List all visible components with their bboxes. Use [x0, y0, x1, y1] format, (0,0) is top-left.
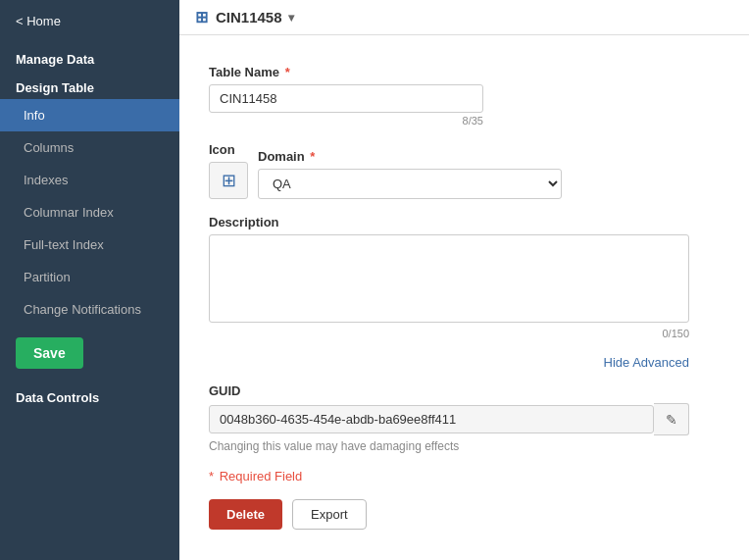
sidebar-item-columnar-index[interactable]: Columnar Index — [0, 196, 179, 229]
sidebar-save-area: Save — [16, 337, 164, 369]
table-name-char-count: 8/35 — [209, 115, 483, 127]
delete-button[interactable]: Delete — [209, 499, 282, 530]
hide-advanced-link[interactable]: Hide Advanced — [209, 355, 689, 370]
table-name-input[interactable] — [209, 84, 483, 113]
domain-select[interactable]: QA Production Development Staging — [258, 169, 562, 199]
description-input[interactable] — [209, 234, 689, 323]
table-icon: ⊞ — [195, 8, 208, 26]
table-name-group: Table Name * 8/35 — [209, 65, 720, 127]
sidebar-item-indexes[interactable]: Indexes — [0, 164, 179, 196]
main-content: Table Name * 8/35 Icon ⊞ Domain * QA Pro… — [179, 35, 749, 560]
guid-label: GUID — [209, 383, 720, 398]
required-field-text: Required Field — [220, 469, 303, 484]
export-button[interactable]: Export — [292, 499, 367, 530]
sidebar-item-info[interactable]: Info — [0, 99, 179, 131]
table-name-label: Table Name * — [209, 65, 720, 79]
guid-input[interactable] — [209, 405, 654, 433]
guid-row: ✎ — [209, 403, 689, 435]
required-field-note: * Required Field — [209, 469, 720, 484]
sidebar-item-full-text-index[interactable]: Full-text Index — [0, 229, 179, 261]
guid-group: GUID ✎ Changing this value may have dama… — [209, 383, 720, 453]
sidebar-manage-data-label: Manage Data — [0, 42, 179, 71]
icon-label: Icon — [209, 142, 248, 157]
sidebar-item-change-notifications[interactable]: Change Notifications — [0, 293, 179, 326]
icon-col: Icon ⊞ — [209, 142, 248, 199]
top-header: ⊞ CIN11458 ▾ — [179, 0, 749, 35]
domain-col: Domain * QA Production Development Stagi… — [258, 149, 562, 199]
sidebar-design-table-label: Design Table — [0, 71, 179, 99]
icon-domain-row: Icon ⊞ Domain * QA Production Developmen… — [209, 142, 720, 199]
description-label: Description — [209, 215, 720, 229]
sidebar: < Home Manage Data Design Table Info Col… — [0, 0, 179, 560]
action-buttons: Delete Export — [209, 499, 720, 530]
icon-button[interactable]: ⊞ — [209, 162, 248, 199]
header-table-name: CIN11458 — [216, 9, 282, 25]
header-dropdown-arrow[interactable]: ▾ — [288, 11, 294, 25]
guid-edit-button[interactable]: ✎ — [654, 403, 689, 435]
sidebar-data-controls-label: Data Controls — [0, 381, 179, 409]
save-button[interactable]: Save — [16, 337, 83, 369]
guid-warning: Changing this value may have damaging ef… — [209, 439, 720, 453]
sidebar-item-partition[interactable]: Partition — [0, 261, 179, 293]
domain-label: Domain * — [258, 149, 562, 164]
description-group: Description 0/150 — [209, 215, 720, 339]
description-char-count: 0/150 — [209, 328, 689, 339]
sidebar-item-columns[interactable]: Columns — [0, 131, 179, 164]
sidebar-home-link[interactable]: < Home — [0, 0, 179, 42]
